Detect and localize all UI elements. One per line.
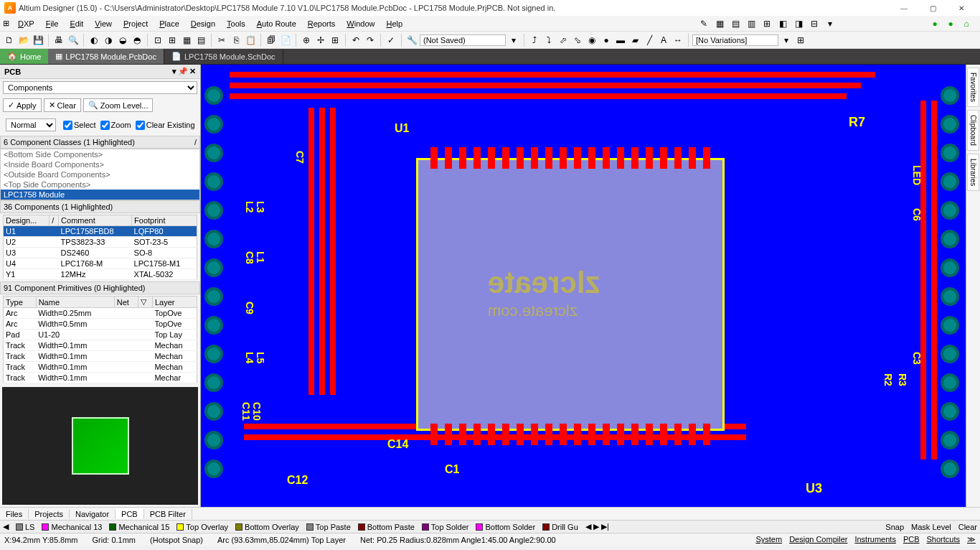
classes-header[interactable]: 6 Component Classes (1 Highlighted)/ bbox=[0, 136, 200, 149]
tab-schdoc[interactable]: 📄 LPC1758 Module.SchDoc bbox=[164, 49, 283, 64]
toolbar-icon[interactable]: ▤ bbox=[194, 34, 207, 47]
apply-button[interactable]: ✓ Apply bbox=[3, 98, 42, 112]
list-item[interactable]: <Inside Board Components> bbox=[1, 159, 199, 169]
toolbar-icon[interactable]: ⊞ bbox=[329, 34, 341, 47]
normal-select[interactable]: Normal bbox=[6, 118, 56, 131]
components-header[interactable]: 36 Components (1 Highlighted) bbox=[0, 200, 200, 213]
layer-nav[interactable]: ◀ ▶ ▶| bbox=[585, 522, 609, 531]
toolbar-icon[interactable]: ▤ bbox=[729, 17, 742, 30]
tab-navigator[interactable]: Navigator bbox=[70, 509, 116, 519]
layer-item[interactable]: Mechanical 15 bbox=[109, 523, 169, 531]
redo-icon[interactable]: ↷ bbox=[364, 34, 377, 47]
toolbar-icon[interactable]: ◒ bbox=[116, 34, 129, 47]
home-icon[interactable]: ⌂ bbox=[960, 17, 973, 30]
menu-edit[interactable]: Edit bbox=[64, 18, 89, 29]
copy-icon[interactable]: ⎘ bbox=[230, 34, 242, 47]
tab-files[interactable]: Files bbox=[0, 509, 29, 519]
status-pcb[interactable]: PCB bbox=[903, 535, 920, 544]
toolbar-icon[interactable]: ◑ bbox=[102, 34, 115, 47]
pad-icon[interactable]: ● bbox=[600, 34, 613, 47]
layer-item[interactable]: Drill Gu bbox=[542, 523, 578, 531]
table-row[interactable]: TrackWidth=0.1mmMechar bbox=[4, 373, 197, 383]
table-row[interactable]: PadU1-20Top Lay bbox=[4, 330, 197, 340]
preview-3d[interactable] bbox=[2, 387, 198, 505]
status-compiler[interactable]: Design Compiler bbox=[789, 535, 847, 544]
table-row[interactable]: TrackWidth=0.1mmMechan bbox=[4, 351, 197, 362]
route-icon[interactable]: ⤵ bbox=[542, 34, 555, 47]
zoom-sel-icon[interactable]: ⊞ bbox=[166, 34, 179, 47]
select-checkbox[interactable]: Select bbox=[63, 121, 96, 130]
toolbar-icon[interactable]: 🗐 bbox=[265, 34, 278, 47]
pin-icon[interactable]: 📌 bbox=[178, 67, 188, 76]
layer-item[interactable]: Mechanical 13 bbox=[42, 523, 102, 531]
clearexisting-checkbox[interactable]: Clear Existing bbox=[136, 121, 195, 130]
maximize-button[interactable]: ▢ bbox=[918, 0, 947, 16]
pin-icon[interactable]: ▾ bbox=[172, 67, 176, 76]
fwd-icon[interactable]: ● bbox=[944, 17, 957, 30]
panel-mode-select[interactable]: Components bbox=[3, 81, 197, 94]
menu-file[interactable]: File bbox=[40, 18, 65, 29]
list-item[interactable]: <Bottom Side Components> bbox=[1, 149, 199, 159]
menu-view[interactable]: View bbox=[89, 18, 118, 29]
minimize-button[interactable]: — bbox=[890, 0, 918, 16]
saved-combo[interactable]: (Not Saved) bbox=[420, 34, 506, 46]
tab-pcbfilter[interactable]: PCB Filter bbox=[144, 509, 192, 519]
status-instruments[interactable]: Instruments bbox=[854, 535, 895, 544]
clear-button[interactable]: ✕ Clear bbox=[44, 98, 81, 112]
pcb-canvas[interactable]: zlcreate zlcreate.com U1 R7 C14 C1 C12 U… bbox=[201, 65, 966, 507]
route-icon[interactable]: ⬀ bbox=[557, 34, 570, 47]
table-row[interactable]: TrackWidth=0.1mmMechan bbox=[4, 340, 197, 351]
table-row[interactable]: U2TPS3823-33SOT-23-5 bbox=[4, 237, 197, 248]
menu-reports[interactable]: Reports bbox=[302, 18, 341, 29]
table-row[interactable]: U3DS2460SO-8 bbox=[4, 248, 197, 258]
route-icon[interactable]: ⤴ bbox=[528, 34, 541, 47]
table-row[interactable]: TrackWidth=0.1mmMechan bbox=[4, 362, 197, 373]
toolbar-icon[interactable]: ⊕ bbox=[300, 34, 313, 47]
list-item[interactable]: <Outside Board Components> bbox=[1, 169, 199, 180]
toolbar-icon[interactable]: 🔧 bbox=[405, 34, 418, 47]
table-row[interactable]: ArcWidth=0.5mmTopOve bbox=[4, 319, 197, 330]
print-icon[interactable]: 🖶 bbox=[52, 34, 65, 47]
list-item[interactable]: LPC1758 Module bbox=[1, 190, 199, 200]
table-row[interactable]: U4LPC1768-MLPC1758-M1 bbox=[4, 258, 197, 269]
toolbar-icon[interactable]: ✢ bbox=[314, 34, 327, 47]
menu-tools[interactable]: Tools bbox=[221, 18, 251, 29]
toolbar-icon[interactable]: ◓ bbox=[131, 34, 143, 47]
open-icon[interactable]: 📂 bbox=[17, 34, 30, 47]
layer-item[interactable]: Bottom Paste bbox=[358, 523, 415, 531]
via-icon[interactable]: ◉ bbox=[585, 34, 598, 47]
dim-icon[interactable]: ↔ bbox=[672, 34, 684, 47]
snap-button[interactable]: Snap bbox=[885, 523, 904, 531]
primitives-header[interactable]: 91 Component Primitives (0 Highlighted) bbox=[0, 281, 200, 294]
paste-icon[interactable]: 📋 bbox=[244, 34, 257, 47]
layer-item[interactable]: Top Paste bbox=[306, 523, 351, 531]
toolbar-icon[interactable]: ✎ bbox=[697, 17, 710, 30]
menu-place[interactable]: Place bbox=[154, 18, 185, 29]
zoom-button[interactable]: 🔍 Zoom Level... bbox=[83, 98, 154, 112]
new-icon[interactable]: 🗋 bbox=[3, 34, 16, 47]
menu-design[interactable]: Design bbox=[185, 18, 221, 29]
toolbar-icon[interactable]: ◨ bbox=[792, 17, 805, 30]
toolbar-icon[interactable]: ✓ bbox=[385, 34, 397, 47]
layer-item[interactable]: Top Solder bbox=[422, 523, 469, 531]
status-system[interactable]: System bbox=[755, 535, 782, 544]
favorites-tab[interactable]: Favorites bbox=[967, 67, 979, 107]
route-icon[interactable]: ⬂ bbox=[571, 34, 584, 47]
toolbar-icon[interactable]: ⊞ bbox=[760, 17, 773, 30]
clear-button[interactable]: Clear bbox=[958, 523, 977, 531]
variation-combo[interactable]: [No Variations] bbox=[692, 34, 778, 46]
tab-pcb[interactable]: PCB bbox=[116, 508, 144, 519]
cut-icon[interactable]: ✂ bbox=[215, 34, 228, 47]
toolbar-icon[interactable]: ▦ bbox=[713, 17, 726, 30]
layer-item[interactable]: LS bbox=[16, 523, 34, 531]
undo-icon[interactable]: ↶ bbox=[349, 34, 362, 47]
list-item[interactable]: <Top Side Components> bbox=[1, 180, 199, 190]
libraries-tab[interactable]: Libraries bbox=[967, 154, 979, 191]
toolbar-icon[interactable]: ▾ bbox=[824, 17, 837, 30]
status-shortcuts[interactable]: Shortcuts bbox=[927, 535, 960, 544]
status-more[interactable]: ≫ bbox=[967, 535, 976, 544]
home-tab[interactable]: 🏠 Home bbox=[0, 49, 48, 64]
back-icon[interactable]: ● bbox=[928, 17, 941, 30]
menu-help[interactable]: Help bbox=[380, 18, 408, 29]
menu-project[interactable]: Project bbox=[118, 18, 154, 29]
